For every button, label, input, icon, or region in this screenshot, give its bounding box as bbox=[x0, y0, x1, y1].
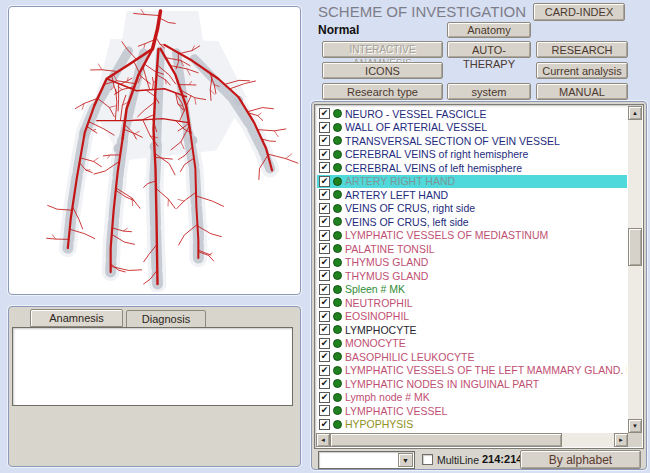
item-label: HYPOPHYSIS bbox=[345, 418, 413, 430]
item-label: ARTERY RIGHT HAND bbox=[345, 175, 455, 187]
item-checkbox[interactable]: ✔ bbox=[319, 257, 330, 268]
list-item[interactable]: ✔ CFU granulocyte # MK bbox=[317, 431, 627, 432]
item-status-dot bbox=[333, 231, 342, 240]
item-checkbox[interactable]: ✔ bbox=[319, 176, 330, 187]
item-status-dot bbox=[333, 339, 342, 348]
item-status-dot bbox=[333, 190, 342, 199]
list-item[interactable]: ✔ LYMPHOCYTE bbox=[317, 323, 627, 337]
list-item[interactable]: ✔ THYMUS GLAND bbox=[317, 269, 627, 283]
item-checkbox[interactable]: ✔ bbox=[319, 162, 330, 173]
item-checkbox[interactable]: ✔ bbox=[319, 338, 330, 349]
item-checkbox[interactable]: ✔ bbox=[319, 230, 330, 241]
item-label: VEINS OF CRUS, right side bbox=[345, 202, 475, 214]
list-item[interactable]: ✔ ARTERY LEFT HAND bbox=[317, 188, 627, 202]
list-item[interactable]: ✔ CEREBRAL VEINS of left hemisphere bbox=[317, 161, 627, 175]
list-item[interactable]: ✔ ARTERY RIGHT HAND bbox=[317, 175, 627, 189]
item-checkbox[interactable]: ✔ bbox=[319, 243, 330, 254]
anamnesis-textarea[interactable] bbox=[12, 327, 293, 406]
scroll-up-icon[interactable]: ▲ bbox=[628, 106, 642, 120]
scroll-right-icon[interactable]: ► bbox=[614, 433, 628, 447]
list-item[interactable]: ✔ LYMPHATIC NODES IN INGUINAL PART bbox=[317, 377, 627, 391]
list-item[interactable]: ✔ NEURO - VESSEL FASCICLE bbox=[317, 107, 627, 121]
list-item[interactable]: ✔ LYMPHATIC VESSELS OF MEDIASTINUM bbox=[317, 229, 627, 243]
item-checkbox[interactable]: ✔ bbox=[319, 419, 330, 430]
list-item[interactable]: ✔ VEINS OF CRUS, left side bbox=[317, 215, 627, 229]
item-checkbox[interactable]: ✔ bbox=[319, 351, 330, 362]
item-checkbox[interactable]: ✔ bbox=[319, 135, 330, 146]
list-item[interactable]: ✔ PALATINE TONSIL bbox=[317, 242, 627, 256]
research-type-button[interactable]: Research type bbox=[322, 83, 443, 100]
item-checkbox[interactable]: ✔ bbox=[319, 203, 330, 214]
item-checkbox[interactable]: ✔ bbox=[319, 216, 330, 227]
item-label: LYMPHATIC VESSEL bbox=[345, 405, 447, 417]
horizontal-scrollbar[interactable]: ◄ ► bbox=[316, 433, 628, 447]
item-checkbox[interactable]: ✔ bbox=[319, 108, 330, 119]
research-button[interactable]: RESEARCH bbox=[536, 41, 628, 58]
hand-arteries-image bbox=[11, 9, 300, 292]
list-item[interactable]: ✔ THYMUS GLAND bbox=[317, 256, 627, 270]
item-checkbox[interactable]: ✔ bbox=[319, 284, 330, 295]
item-status-dot bbox=[333, 406, 342, 415]
scroll-left-icon[interactable]: ◄ bbox=[316, 433, 330, 447]
list-item[interactable]: ✔ TRANSVERSAL SECTION OF VEIN VESSEL bbox=[317, 134, 627, 148]
card-index-button[interactable]: CARD-INDEX bbox=[533, 3, 625, 21]
vertical-scrollbar[interactable]: ▲ ▼ bbox=[628, 106, 642, 433]
current-analysis-button[interactable]: Current analysis bbox=[536, 62, 628, 79]
list-item[interactable]: ✔ WALL OF ARTERIAL VESSEL bbox=[317, 121, 627, 135]
item-status-dot bbox=[333, 352, 342, 361]
list-item[interactable]: ✔ EOSINOPHIL bbox=[317, 310, 627, 324]
by-alphabet-button[interactable]: By alphabet bbox=[520, 450, 641, 469]
system-button[interactable]: system bbox=[447, 83, 531, 100]
list-item[interactable]: ✔ HYPOPHYSIS bbox=[317, 418, 627, 432]
list-item[interactable]: ✔ Spleen # MK bbox=[317, 283, 627, 297]
item-status-dot bbox=[333, 258, 342, 267]
organ-listbox: ✔ NEURO - VESSEL FASCICLE ✔ WALL OF ARTE… bbox=[314, 104, 644, 449]
item-status-dot bbox=[333, 123, 342, 132]
item-checkbox[interactable]: ✔ bbox=[319, 378, 330, 389]
item-status-dot bbox=[333, 420, 342, 429]
auto-therapy-button[interactable]: AUTO-THERAPY bbox=[447, 41, 531, 58]
item-status-dot bbox=[333, 204, 342, 213]
item-label: CEREBRAL VEINS of right hemisphere bbox=[345, 148, 528, 160]
tab-anamnesis[interactable]: Anamnesis bbox=[30, 309, 123, 327]
icons-button[interactable]: ICONS bbox=[322, 62, 443, 79]
list-item[interactable]: ✔ BASOPHILIC LEUKOCYTE bbox=[317, 350, 627, 364]
item-checkbox[interactable]: ✔ bbox=[319, 365, 330, 376]
item-checkbox[interactable]: ✔ bbox=[319, 189, 330, 200]
multiline-checkbox[interactable] bbox=[422, 454, 433, 465]
item-checkbox[interactable]: ✔ bbox=[319, 297, 330, 308]
multiline-label: MultiLine bbox=[437, 454, 479, 466]
list-item[interactable]: ✔ Lymph node # MK bbox=[317, 391, 627, 405]
item-checkbox[interactable]: ✔ bbox=[319, 392, 330, 403]
organ-list: ✔ NEURO - VESSEL FASCICLE ✔ WALL OF ARTE… bbox=[317, 107, 627, 432]
item-label: LYMPHATIC VESSELS OF THE LEFT MAMMARY GL… bbox=[345, 364, 627, 376]
item-status-dot bbox=[333, 109, 342, 118]
item-status-dot bbox=[333, 298, 342, 307]
item-checkbox[interactable]: ✔ bbox=[319, 405, 330, 416]
item-checkbox[interactable]: ✔ bbox=[319, 270, 330, 281]
list-item[interactable]: ✔ CEREBRAL VEINS of right hemisphere bbox=[317, 148, 627, 162]
filter-combobox[interactable]: ▼ bbox=[318, 451, 415, 469]
list-item[interactable]: ✔ VEINS OF CRUS, right side bbox=[317, 202, 627, 216]
chevron-down-icon[interactable]: ▼ bbox=[398, 453, 413, 467]
manual-choice-button[interactable]: MANUAL CHOICE bbox=[536, 83, 628, 100]
list-item[interactable]: ✔ NEUTROPHIL bbox=[317, 296, 627, 310]
item-label: THYMUS GLAND bbox=[345, 256, 428, 268]
list-item[interactable]: ✔ LYMPHATIC VESSELS OF THE LEFT MAMMARY … bbox=[317, 364, 627, 378]
vertical-scroll-thumb[interactable] bbox=[628, 228, 642, 266]
scroll-down-icon[interactable]: ▼ bbox=[628, 419, 642, 433]
interactive-anamnesis-button[interactable]: INTERACTIVE ANAMNESIS bbox=[322, 41, 443, 58]
item-checkbox[interactable]: ✔ bbox=[319, 311, 330, 322]
item-checkbox[interactable]: ✔ bbox=[319, 122, 330, 133]
item-checkbox[interactable]: ✔ bbox=[319, 149, 330, 160]
item-label: VEINS OF CRUS, left side bbox=[345, 216, 469, 228]
item-status-dot bbox=[333, 163, 342, 172]
list-item[interactable]: ✔ MONOCYTE bbox=[317, 337, 627, 351]
anatomy-button[interactable]: Anatomy bbox=[447, 22, 531, 38]
item-checkbox[interactable]: ✔ bbox=[319, 324, 330, 335]
item-label: LYMPHOCYTE bbox=[345, 324, 417, 336]
horizontal-scroll-thumb[interactable] bbox=[330, 433, 562, 447]
tab-diagnosis[interactable]: Diagnosis bbox=[126, 310, 206, 328]
item-label: ARTERY LEFT HAND bbox=[345, 189, 448, 201]
list-item[interactable]: ✔ LYMPHATIC VESSEL bbox=[317, 404, 627, 418]
